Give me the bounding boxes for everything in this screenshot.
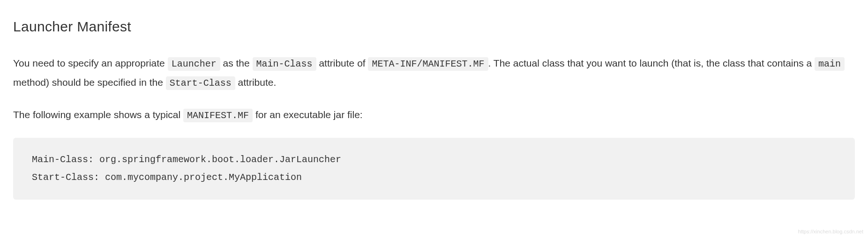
inline-code-main-class: Main-Class bbox=[253, 57, 316, 71]
text-segment: as the bbox=[220, 58, 253, 68]
text-segment: You need to specify an appropriate bbox=[13, 58, 168, 68]
code-block-manifest: Main-Class: org.springframework.boot.loa… bbox=[13, 138, 855, 200]
text-segment: for an executable jar file: bbox=[253, 109, 363, 120]
text-segment: attribute. bbox=[235, 77, 277, 88]
inline-code-launcher: Launcher bbox=[168, 57, 220, 71]
paragraph-1: You need to specify an appropriate Launc… bbox=[13, 54, 855, 92]
inline-code-main: main bbox=[815, 57, 845, 71]
text-segment: method) should be specified in the bbox=[13, 77, 166, 88]
text-segment: . The actual class that you want to laun… bbox=[488, 58, 815, 68]
inline-code-start-class: Start-Class bbox=[166, 76, 235, 90]
inline-code-manifest-path: META-INF/MANIFEST.MF bbox=[368, 57, 488, 71]
text-segment: attribute of bbox=[316, 58, 368, 68]
paragraph-2: The following example shows a typical MA… bbox=[13, 105, 855, 125]
inline-code-manifest-mf: MANIFEST.MF bbox=[183, 109, 253, 122]
text-segment: The following example shows a typical bbox=[13, 109, 183, 120]
section-heading: Launcher Manifest bbox=[13, 13, 855, 40]
